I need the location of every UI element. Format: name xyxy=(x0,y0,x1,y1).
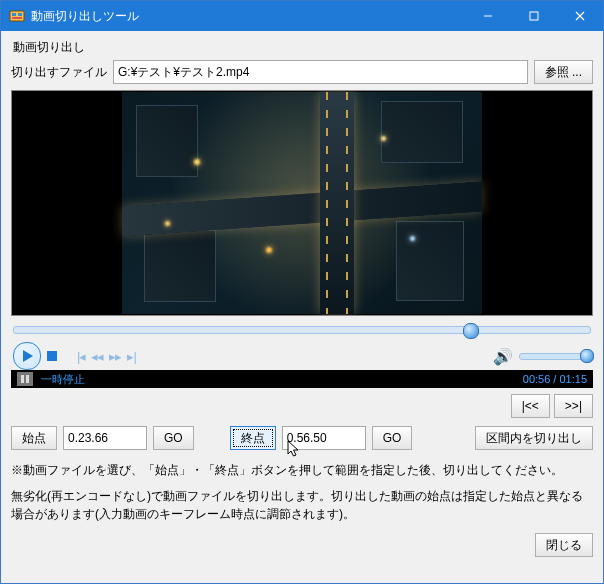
svg-rect-5 xyxy=(530,12,538,20)
titlebar[interactable]: 動画切り出しツール xyxy=(1,1,603,31)
minimize-button[interactable] xyxy=(465,1,511,31)
frame-nav-row: |<< >>| xyxy=(11,388,593,424)
status-bar: 一時停止 00:56 / 01:15 xyxy=(11,370,593,388)
cut-range-button[interactable]: 区間内を切り出し xyxy=(475,426,593,450)
end-point-button[interactable]: 終点 xyxy=(230,426,276,450)
play-icon xyxy=(23,350,33,362)
seek-bar[interactable] xyxy=(11,316,593,342)
section-label: 動画切り出し xyxy=(13,39,593,56)
svg-rect-3 xyxy=(12,17,22,19)
help-text-2: 無劣化(再エンコードなし)で動画ファイルを切り出します。切り出した動画の始点は指… xyxy=(11,487,593,523)
skip-end-icon[interactable]: ▸| xyxy=(127,349,135,364)
video-preview[interactable] xyxy=(11,90,593,316)
cut-points-row: 始点 GO 終点 GO 区間内を切り出し xyxy=(11,424,593,460)
playback-state: 一時停止 xyxy=(41,372,523,387)
window-title: 動画切り出しツール xyxy=(31,8,465,25)
skip-start-icon[interactable]: |◂ xyxy=(77,349,85,364)
forward-icon[interactable]: ▸▸ xyxy=(109,349,121,364)
volume-slider[interactable] xyxy=(519,353,591,360)
start-time-input[interactable] xyxy=(63,426,147,450)
seek-thumb[interactable] xyxy=(463,323,479,339)
maximize-button[interactable] xyxy=(511,1,557,31)
prev-frame-button[interactable]: |<< xyxy=(511,394,550,418)
volume-icon[interactable]: 🔊 xyxy=(493,347,513,366)
file-row: 切り出すファイル 参照 ... xyxy=(11,60,593,84)
next-frame-button[interactable]: >>| xyxy=(554,394,593,418)
play-button[interactable] xyxy=(13,342,41,370)
rewind-icon[interactable]: ◂◂ xyxy=(91,349,103,364)
browse-button[interactable]: 参照 ... xyxy=(534,60,593,84)
go-start-button[interactable]: GO xyxy=(153,426,194,450)
file-path-input[interactable] xyxy=(113,60,528,84)
file-label: 切り出すファイル xyxy=(11,64,107,81)
start-point-button[interactable]: 始点 xyxy=(11,426,57,450)
end-time-input[interactable] xyxy=(282,426,366,450)
stop-button[interactable] xyxy=(47,351,57,361)
volume-thumb[interactable] xyxy=(580,349,594,363)
app-window: 動画切り出しツール 動画切り出し 切り出すファイル 参照 ... xyxy=(0,0,604,584)
close-window-button[interactable] xyxy=(557,1,603,31)
client-area: 動画切り出し 切り出すファイル 参照 ... |◂ ◂◂ ▸▸ ▸ xyxy=(1,31,603,583)
svg-rect-2 xyxy=(18,13,22,16)
close-button[interactable]: 閉じる xyxy=(535,533,593,557)
video-frame-image xyxy=(122,92,482,314)
pause-icon xyxy=(17,372,33,386)
playback-controls: |◂ ◂◂ ▸▸ ▸| 🔊 xyxy=(11,342,593,370)
go-end-button[interactable]: GO xyxy=(372,426,413,450)
help-text-1: ※動画ファイルを選び、「始点」・「終点」ボタンを押して範囲を指定した後、切り出し… xyxy=(11,462,593,479)
time-display: 00:56 / 01:15 xyxy=(523,373,587,385)
app-icon xyxy=(9,8,25,24)
svg-rect-1 xyxy=(12,13,16,16)
